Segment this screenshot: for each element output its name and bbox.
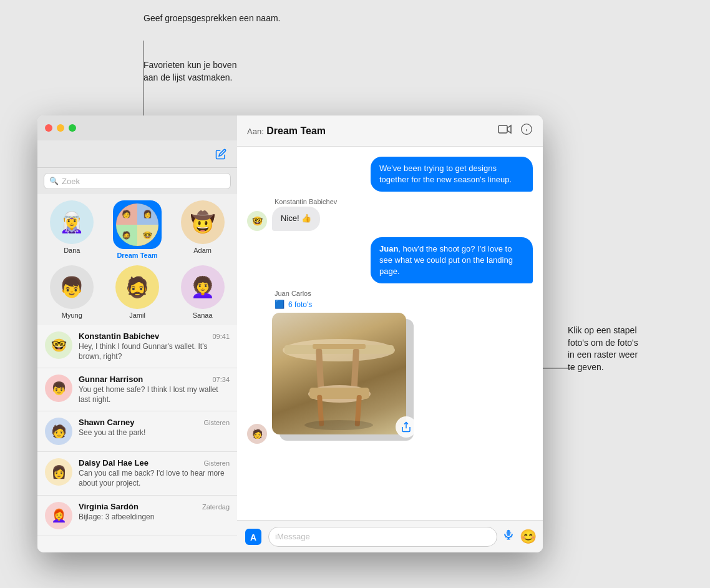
chat-header: Aan: Dream Team [237, 115, 543, 147]
chat-input-bar: A iMessage 😊 [237, 520, 543, 552]
search-placeholder: Zoek [62, 177, 80, 186]
favorite-dream-team[interactable]: 🧑 👩 🧔 🤓 Dream Team [108, 200, 167, 259]
convo-preview-shawn: See you at the park! [79, 428, 230, 438]
callout-right: Klik op een stapelfoto's om de foto'sin … [568, 325, 699, 373]
bubble-out-2: Juan, how'd the shoot go? I'd love to se… [371, 237, 533, 284]
photo-count-label[interactable]: 6 foto's [288, 300, 312, 309]
photo-section: Juan Carlos 🟦 6 foto's 🧑 [247, 290, 422, 444]
minimize-button[interactable] [57, 124, 64, 132]
favorites-grid: 🧝‍♀️ Dana 🧑 👩 🧔 🤓 Dream Team [37, 194, 237, 325]
convo-name-gunnar: Gunnar Harrison [79, 375, 143, 384]
convo-gunnar[interactable]: 👦 Gunnar Harrison 07:34 You get home saf… [37, 368, 237, 411]
photo-stack[interactable] [272, 313, 422, 444]
label-adam: Adam [193, 247, 212, 254]
convo-name-virginia: Virginia Sardón [79, 502, 139, 511]
group-avatar-dream-team: 🧑 👩 🧔 🤓 [116, 203, 158, 246]
avatar-sanaa: 👩‍🦱 [181, 265, 225, 309]
photo-stack-row: 🧑 [247, 313, 422, 444]
close-button[interactable] [45, 124, 52, 132]
svg-point-15 [304, 420, 373, 430]
app-window: 🔍 Zoek 🧝‍♀️ Dana 🧑 👩 🧔 � [37, 115, 543, 552]
info-icon[interactable] [520, 123, 533, 139]
photo-main [272, 313, 406, 434]
bubble-in-konstantin: Konstantin Babichev 🤓 Nice! 👍 [247, 198, 337, 230]
convo-preview-virginia: Bijlage: 3 afbeeldingen [79, 512, 230, 522]
avatar-jamil: 🧔 [115, 265, 159, 309]
sidebar: 🔍 Zoek 🧝‍♀️ Dana 🧑 👩 🧔 � [37, 115, 237, 552]
convo-time-konstantin: 09:41 [212, 333, 230, 340]
convo-name-shawn: Shawn Carney [79, 418, 135, 427]
convo-preview-daisy: Can you call me back? I'd love to hear m… [79, 469, 230, 488]
avatar-dana: 🧝‍♀️ [50, 200, 94, 244]
avatar-myung: 👦 [50, 265, 94, 309]
bubble-avatar-konstantin: 🤓 [247, 211, 267, 231]
bubble-out-1: We've been trying to get designs togethe… [371, 157, 533, 192]
convo-content-gunnar: Gunnar Harrison 07:34 You get home safe?… [79, 375, 230, 404]
avatar-daisy: 👩 [45, 458, 72, 486]
photo-sender-label: Juan Carlos [275, 290, 311, 297]
callout-top: Geef groepsgesprekken een naam. [143, 12, 280, 25]
convo-daisy[interactable]: 👩 Daisy Dal Hae Lee Gisteren Can you cal… [37, 452, 237, 495]
app-store-button[interactable]: A [243, 527, 263, 547]
chat-to-label: Aan: [247, 127, 264, 136]
svg-rect-20 [507, 530, 510, 536]
avatar-virginia: 👩‍🦰 [45, 502, 72, 529]
avatar-shawn: 🧑 [45, 418, 72, 445]
favorite-adam[interactable]: 🤠 Adam [173, 200, 232, 259]
input-placeholder: iMessage [275, 532, 310, 541]
audio-button[interactable] [502, 529, 515, 544]
convo-content-shawn: Shawn Carney Gisteren See you at the par… [79, 418, 230, 438]
sidebar-toolbar [37, 140, 237, 168]
maximize-button[interactable] [69, 124, 76, 132]
convo-content-daisy: Daisy Dal Hae Lee Gisteren Can you call … [79, 458, 230, 488]
convo-shawn[interactable]: 🧑 Shawn Carney Gisteren See you at the p… [37, 411, 237, 452]
convo-name-konstantin: Konstantin Babichev [79, 331, 159, 341]
chat-to-name: Dream Team [266, 125, 326, 136]
bubble-text-konstantin: Nice! 👍 [272, 207, 320, 230]
avatar-gunnar: 👦 [45, 375, 72, 402]
favorite-myung[interactable]: 👦 Myung [42, 265, 102, 319]
convo-time-daisy: Gisteren [203, 459, 230, 467]
video-call-icon[interactable] [498, 124, 512, 137]
callout-middle: Favorieten kun je bovenaan de lijst vast… [143, 59, 236, 84]
convo-name-daisy: Daisy Dal Hae Lee [79, 458, 148, 468]
svg-rect-8 [313, 344, 366, 349]
avatar-adam: 🤠 [181, 200, 225, 244]
label-dana: Dana [64, 247, 80, 254]
label-jamil: Jamil [129, 311, 145, 319]
convo-time-gunnar: 07:34 [212, 376, 230, 383]
emoji-button[interactable]: 😊 [520, 529, 537, 545]
favorite-dana[interactable]: 🧝‍♀️ Dana [42, 200, 102, 259]
label-sanaa: Sanaa [193, 311, 213, 319]
search-icon: 🔍 [49, 177, 59, 185]
chat-messages: We've been trying to get designs togethe… [237, 147, 543, 520]
title-bar [37, 115, 237, 140]
convo-content-virginia: Virginia Sardón Zaterdag Bijlage: 3 afbe… [79, 502, 230, 522]
svg-text:A: A [250, 532, 256, 542]
conversation-list: 🤓 Konstantin Babichev 09:41 Hey, I think… [37, 325, 237, 552]
compose-button[interactable] [212, 145, 230, 163]
convo-time-shawn: Gisteren [203, 419, 230, 426]
convo-content-konstantin: Konstantin Babichev 09:41 Hey, I think I… [79, 331, 230, 361]
convo-konstantin[interactable]: 🤓 Konstantin Babichev 09:41 Hey, I think… [37, 325, 237, 368]
favorite-jamil[interactable]: 🧔 Jamil [108, 265, 167, 319]
label-dream-team: Dream Team [117, 252, 157, 259]
message-input[interactable]: iMessage [268, 527, 497, 547]
convo-virginia[interactable]: 👩‍🦰 Virginia Sardón Zaterdag Bijlage: 3 … [37, 496, 237, 536]
favorite-sanaa[interactable]: 👩‍🦱 Sanaa [173, 265, 232, 319]
bubble-sender-konstantin: Konstantin Babichev [275, 198, 337, 205]
photo-share-button[interactable] [396, 416, 417, 438]
convo-time-virginia: Zaterdag [202, 503, 230, 511]
label-myung: Myung [62, 311, 82, 319]
avatar-konstantin: 🤓 [45, 331, 72, 359]
chat-header-actions [498, 123, 533, 139]
bubble-avatar-juan: 🧑 [247, 424, 267, 444]
convo-preview-konstantin: Hey, I think I found Gunnar's wallet. It… [79, 342, 230, 361]
convo-preview-gunnar: You get home safe? I think I lost my wal… [79, 385, 230, 404]
chat-to: Aan: Dream Team [247, 125, 326, 137]
chat-area: Aan: Dream Team [237, 115, 543, 552]
search-bar: 🔍 Zoek [37, 168, 237, 194]
search-input[interactable]: 🔍 Zoek [44, 173, 231, 189]
svg-rect-2 [498, 125, 507, 133]
